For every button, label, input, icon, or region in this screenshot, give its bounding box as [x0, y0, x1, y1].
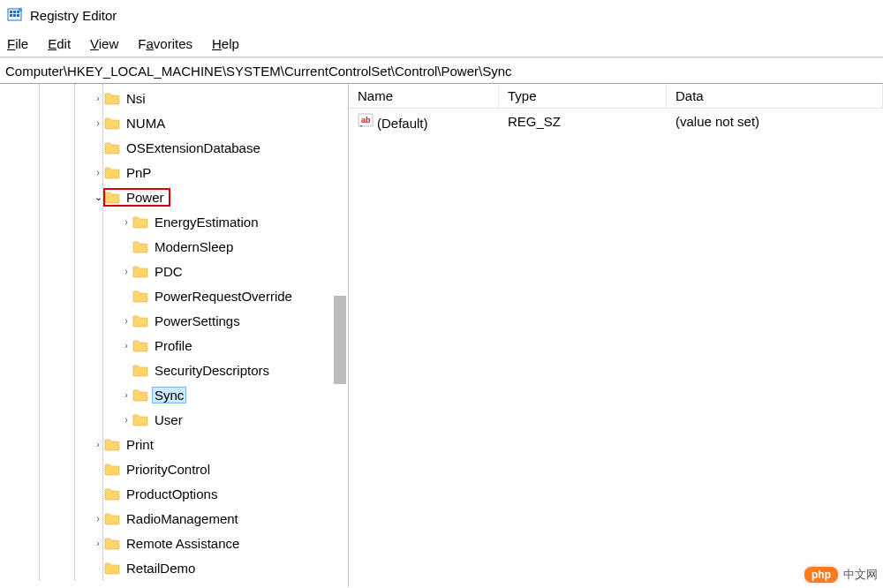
tree-item[interactable]: ›Profile — [0, 333, 348, 358]
folder-icon — [132, 314, 148, 328]
folder-icon — [104, 141, 120, 155]
tree-item[interactable]: ›Remote Assistance — [0, 531, 348, 555]
chevron-right-icon[interactable]: › — [92, 538, 104, 548]
tree-item-label: ModernSleep — [152, 238, 236, 255]
tree-pane[interactable]: ›Nsi›NUMAOSExtensionDatabase›PnP⌄Power›E… — [0, 84, 349, 587]
tree-item-label: PowerSettings — [152, 313, 243, 329]
tree-item-label: EnergyEstimation — [152, 214, 261, 230]
tree-item[interactable]: PriorityControl — [0, 456, 348, 481]
tree-item[interactable]: ›NUMA — [0, 110, 348, 135]
values-pane[interactable]: Name Type Data ab(Default)REG_SZ(value n… — [349, 84, 883, 587]
chevron-right-icon[interactable]: › — [120, 414, 132, 425]
window-title: Registry Editor — [30, 8, 117, 23]
chevron-right-icon[interactable]: › — [120, 266, 132, 276]
folder-icon — [104, 166, 120, 179]
tree-item[interactable]: ›PowerSettings — [0, 308, 348, 333]
values-header[interactable]: Name Type Data — [349, 84, 883, 109]
tree-item-label: SecurityDescriptors — [152, 362, 272, 379]
tree-item-label: User — [152, 411, 185, 428]
chevron-right-icon[interactable]: › — [92, 93, 104, 103]
svg-text:ab: ab — [361, 116, 371, 124]
folder-icon — [104, 562, 120, 575]
menu-view[interactable]: View — [90, 36, 118, 51]
chevron-right-icon[interactable]: › — [92, 513, 104, 524]
chevron-right-icon[interactable]: › — [120, 216, 132, 227]
folder-icon — [132, 339, 148, 352]
column-type[interactable]: Type — [499, 84, 667, 108]
svg-rect-2 — [13, 11, 16, 13]
tree-item-label: Remote Assistance — [124, 535, 242, 552]
menu-file[interactable]: File — [7, 36, 28, 51]
folder-icon — [104, 438, 120, 451]
folder-icon — [104, 512, 120, 525]
folder-icon — [132, 364, 148, 377]
tree-item[interactable]: ›Nsi — [0, 86, 348, 110]
folder-icon — [104, 117, 120, 130]
tree-item-label: Power — [124, 189, 167, 206]
value-row[interactable]: ab(Default)REG_SZ(value not set) — [349, 109, 883, 133]
values-list[interactable]: ab(Default)REG_SZ(value not set) — [349, 109, 883, 133]
address-input[interactable] — [5, 64, 878, 79]
tree-item[interactable]: OSExtensionDatabase — [0, 135, 348, 160]
tree-item-label: ProductOptions — [124, 486, 220, 502]
tree-item-label: RetailDemo — [124, 560, 198, 577]
value-data-cell: (value not set) — [667, 114, 883, 129]
chevron-right-icon[interactable]: › — [120, 389, 132, 400]
folder-icon — [104, 537, 120, 550]
svg-rect-4 — [10, 14, 12, 17]
menu-favorites[interactable]: Favorites — [138, 36, 192, 51]
address-bar[interactable] — [0, 57, 883, 84]
watermark: php 中文网 — [804, 567, 878, 583]
value-type-cell: REG_SZ — [499, 114, 667, 129]
chevron-down-icon[interactable]: ⌄ — [92, 192, 104, 203]
chevron-right-icon[interactable]: › — [92, 439, 104, 449]
folder-icon — [104, 487, 120, 501]
column-name[interactable]: Name — [349, 84, 499, 108]
menu-help[interactable]: Help — [212, 36, 239, 51]
tree-item[interactable]: ›PnP — [0, 160, 348, 185]
svg-rect-5 — [13, 14, 16, 17]
chevron-right-icon[interactable]: › — [120, 340, 132, 351]
folder-icon — [104, 92, 120, 105]
chevron-right-icon[interactable]: › — [92, 117, 104, 128]
tree-item[interactable]: SecurityDescriptors — [0, 358, 348, 382]
folder-icon — [132, 265, 148, 278]
tree-item[interactable]: ProductOptions — [0, 481, 348, 506]
tree-item[interactable]: ModernSleep — [0, 234, 348, 259]
tree-item[interactable]: ›PDC — [0, 259, 348, 283]
svg-rect-6 — [17, 14, 19, 17]
chevron-right-icon[interactable]: › — [92, 167, 104, 177]
column-data[interactable]: Data — [667, 84, 883, 108]
folder-icon — [104, 463, 120, 476]
tree-item[interactable]: ›EnergyEstimation — [0, 209, 348, 234]
tree-item[interactable]: RetailDemo — [0, 555, 348, 580]
regedit-icon — [7, 7, 23, 23]
chevron-right-icon[interactable]: › — [120, 315, 132, 326]
tree-scrollbar[interactable] — [334, 296, 346, 384]
tree-item[interactable]: ›RadioManagement — [0, 506, 348, 531]
value-name-cell: ab(Default) — [349, 112, 499, 131]
tree-item-label: PnP — [124, 164, 154, 181]
tree-item[interactable]: PowerRequestOverride — [0, 283, 348, 308]
tree-item[interactable]: ›Sync — [0, 382, 348, 407]
menu-bar: File Edit View Favorites Help — [0, 30, 883, 57]
folder-icon — [132, 290, 148, 303]
tree-item-label: Print — [124, 436, 156, 453]
folder-icon — [104, 191, 120, 204]
folder-icon — [132, 413, 148, 426]
tree-item[interactable]: ›User — [0, 407, 348, 432]
watermark-badge: php — [804, 567, 838, 583]
tree-item-label: Nsi — [124, 90, 148, 107]
menu-edit[interactable]: Edit — [48, 36, 71, 51]
tree-item[interactable]: ›Print — [0, 432, 348, 456]
tree-item-label: NUMA — [124, 115, 168, 132]
tree-item-label: PriorityControl — [124, 461, 213, 478]
folder-icon — [132, 240, 148, 253]
tree-item-label: PDC — [152, 263, 185, 280]
tree-item[interactable]: ⌄Power — [0, 185, 348, 209]
string-value-icon: ab — [358, 112, 374, 128]
tree-item-label: Profile — [152, 337, 195, 354]
svg-point-7 — [19, 8, 22, 11]
tree-item-label: Sync — [152, 387, 186, 403]
registry-tree[interactable]: ›Nsi›NUMAOSExtensionDatabase›PnP⌄Power›E… — [0, 84, 348, 580]
